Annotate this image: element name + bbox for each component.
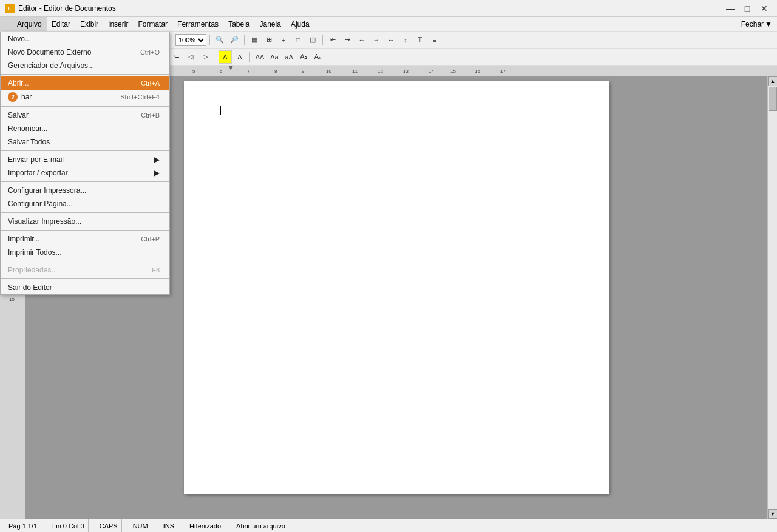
menu-importar[interactable]: Importar / exportar ▶ bbox=[1, 166, 169, 180]
hifenizado-status: Hifenizado bbox=[186, 519, 225, 532]
tb-btn-12[interactable]: ⊤ bbox=[413, 33, 427, 47]
zoom-select[interactable]: 100% 75% 50% 125% 150% bbox=[175, 34, 206, 46]
page-status: Pág 1 1/1 bbox=[5, 519, 41, 532]
ins-indicator: INS bbox=[163, 522, 174, 530]
special-btn[interactable]: A₁ bbox=[297, 50, 310, 64]
menu-editar[interactable]: Editar bbox=[47, 17, 75, 31]
caps-status: CAPS bbox=[96, 519, 122, 532]
svg-text:14: 14 bbox=[429, 69, 434, 74]
document-page[interactable] bbox=[184, 81, 609, 494]
tb-btn-10[interactable]: ↔ bbox=[384, 33, 398, 47]
zoom-out-btn[interactable]: 🔎 bbox=[228, 33, 241, 47]
scroll-thumb[interactable] bbox=[769, 87, 777, 111]
special2-btn[interactable]: Aₓ bbox=[311, 50, 325, 64]
menu-formatar[interactable]: Formatar bbox=[133, 17, 172, 31]
scroll-up-btn[interactable]: ▲ bbox=[768, 76, 777, 86]
menu-abrir[interactable]: Abrir... Ctrl+A bbox=[1, 76, 169, 90]
menu-salvar[interactable]: Salvar Ctrl+B bbox=[1, 109, 169, 122]
sep-5 bbox=[172, 35, 172, 45]
menu-imprimir[interactable]: Imprimir... Ctrl+P bbox=[1, 232, 169, 246]
svg-text:10: 10 bbox=[326, 69, 331, 74]
uppercase-btn[interactable]: AA bbox=[253, 50, 266, 64]
menu-salvar-todos[interactable]: Salvar Todos bbox=[1, 135, 169, 149]
menu-ajuda[interactable]: Ajuda bbox=[286, 17, 314, 31]
menu-renomear[interactable]: Renomear... bbox=[1, 122, 169, 135]
separator-2 bbox=[1, 106, 169, 107]
tb-btn-2[interactable]: ⊞ bbox=[262, 33, 276, 47]
menu-fechar[interactable]: Fechar ▼ bbox=[736, 17, 777, 31]
app-icon: E bbox=[5, 4, 15, 13]
caps-indicator: CAPS bbox=[100, 522, 118, 530]
outdent-btn[interactable]: ◁ bbox=[184, 50, 197, 64]
status-bar: Pág 1 1/1 Lin 0 Col 0 CAPS NUM INS Hifen… bbox=[0, 519, 777, 532]
menu-propriedades: Propriedades... F8 bbox=[1, 263, 169, 277]
menu-sair[interactable]: Sair do Editor bbox=[1, 281, 169, 294]
num-indicator: NUM bbox=[133, 522, 148, 530]
action-status: Abrir um arquivo bbox=[232, 519, 289, 532]
menu-tabela[interactable]: Tabela bbox=[223, 17, 254, 31]
ins-status: INS bbox=[160, 519, 178, 532]
menu-janela[interactable]: Janela bbox=[255, 17, 286, 31]
tb-btn-9[interactable]: → bbox=[370, 33, 383, 47]
menu-fechar-doc[interactable]: 2 har Shift+Ctrl+F4 bbox=[1, 90, 169, 104]
scroll-down-btn[interactable]: ▼ bbox=[768, 509, 777, 519]
menu-visualizar[interactable]: Visualizar Impressão... bbox=[1, 215, 169, 228]
svg-text:16: 16 bbox=[475, 69, 480, 74]
scroll-track[interactable] bbox=[768, 86, 777, 509]
minimize-button[interactable]: — bbox=[722, 2, 738, 15]
menu-config-impressora[interactable]: Configurar Impressora... bbox=[1, 184, 169, 197]
page-total: 1/1 bbox=[28, 522, 37, 530]
svg-text:7: 7 bbox=[247, 69, 250, 74]
lowercase-btn[interactable]: Aa bbox=[268, 50, 281, 64]
menu-config-pagina[interactable]: Configurar Página... bbox=[1, 197, 169, 210]
tb-btn-13[interactable]: ≡ bbox=[428, 33, 441, 47]
tb-btn-4[interactable]: □ bbox=[291, 33, 305, 47]
sep-f4 bbox=[215, 52, 215, 62]
menu-imprimir-todos[interactable]: Imprimir Todos... bbox=[1, 246, 169, 259]
tb-btn-3[interactable]: + bbox=[277, 33, 290, 47]
sep-7 bbox=[244, 35, 245, 45]
title-bar: E Editor - Editor de Documentos — □ ✕ bbox=[0, 0, 777, 17]
tb-btn-11[interactable]: ↕ bbox=[399, 33, 412, 47]
sep-f5 bbox=[249, 52, 250, 62]
sep-6 bbox=[209, 35, 210, 45]
menu-arquivo[interactable]: Arquivo bbox=[0, 17, 47, 31]
svg-text:15: 15 bbox=[9, 297, 15, 302]
num-status: NUM bbox=[129, 519, 152, 532]
tb-btn-6[interactable]: ⇤ bbox=[326, 33, 339, 47]
close-button[interactable]: ✕ bbox=[756, 2, 772, 15]
svg-text:11: 11 bbox=[352, 69, 358, 74]
separator-1 bbox=[1, 74, 169, 75]
capitalize-btn[interactable]: aA bbox=[282, 50, 296, 64]
sep-8 bbox=[322, 35, 323, 45]
menu-novo[interactable]: Novo... bbox=[1, 32, 169, 45]
separator-7 bbox=[1, 261, 169, 261]
zoom-in-btn[interactable]: 🔍 bbox=[213, 33, 226, 47]
menu-exibir[interactable]: Exibir bbox=[75, 17, 103, 31]
svg-text:9: 9 bbox=[302, 69, 305, 74]
tb-btn-1[interactable]: ▦ bbox=[248, 33, 261, 47]
page-number: Pág 1 bbox=[8, 522, 26, 530]
tb-btn-7[interactable]: ⇥ bbox=[341, 33, 354, 47]
cursor-position: Lin 0 Col 0 bbox=[49, 519, 89, 532]
menu-bar: 1 Arquivo Editar Exibir Inserir Formatar… bbox=[0, 17, 777, 32]
svg-text:8: 8 bbox=[274, 69, 277, 74]
menu-novo-externo[interactable]: Novo Documento Externo Ctrl+O bbox=[1, 45, 169, 59]
highlight-btn[interactable]: A bbox=[219, 50, 232, 64]
scrollbar-vertical[interactable]: ▲ ▼ bbox=[767, 76, 777, 519]
menu-ferramentas[interactable]: Ferramentas bbox=[172, 17, 223, 31]
indent2-btn[interactable]: ▷ bbox=[198, 50, 212, 64]
fontcolor-btn[interactable]: A bbox=[233, 50, 246, 64]
arquivo-dropdown: Novo... Novo Documento Externo Ctrl+O Ge… bbox=[0, 32, 170, 295]
list-ol-btn[interactable]: ≔ bbox=[169, 50, 183, 64]
window-title: Editor - Editor de Documentos bbox=[18, 4, 116, 13]
svg-text:5: 5 bbox=[192, 69, 195, 74]
window-controls: — □ ✕ bbox=[722, 2, 772, 15]
menu-inserir[interactable]: Inserir bbox=[103, 17, 133, 31]
tb-btn-5[interactable]: ◫ bbox=[306, 33, 319, 47]
tb-btn-8[interactable]: ← bbox=[355, 33, 368, 47]
maximize-button[interactable]: □ bbox=[739, 2, 755, 15]
separator-4 bbox=[1, 181, 169, 182]
menu-enviar-email[interactable]: Enviar por E-mail ▶ bbox=[1, 153, 169, 166]
menu-gerenciador[interactable]: Gerenciador de Arquivos... bbox=[1, 59, 169, 72]
